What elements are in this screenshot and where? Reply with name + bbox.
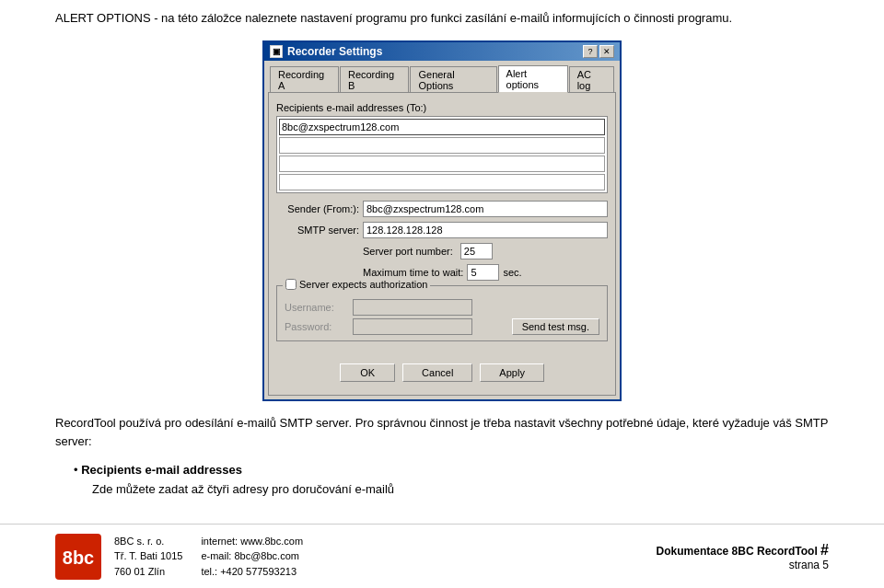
password-label: Password:	[285, 321, 349, 332]
footer-right: Dokumentace 8BC RecordTool # strana 5	[657, 542, 829, 571]
intro-text: ALERT OPTIONS - na této záložce naleznet…	[55, 9, 829, 28]
password-row: Password: Send test msg.	[285, 318, 599, 335]
internet-line: internet: www.8bc.com	[201, 534, 303, 549]
tel-value: +420 577593213	[220, 566, 297, 577]
internet-label: internet:	[201, 536, 238, 547]
page-label: strana 5	[657, 559, 829, 571]
dialog-title: Recorder Settings	[287, 45, 382, 58]
footer-logo: 8bc	[55, 534, 101, 580]
dialog-buttons: OK Cancel Apply	[276, 358, 608, 386]
smtp-label: SMTP server:	[276, 225, 359, 236]
titlebar-icon: ▣	[270, 45, 283, 58]
tabs-row: Recording A Recording B General Options …	[268, 64, 616, 92]
auth-fields: Username: Password: Send test msg.	[285, 299, 599, 335]
internet-value: www.8bc.com	[240, 536, 303, 547]
server-auth-checkbox[interactable]	[285, 279, 297, 290]
email-input-1[interactable]	[279, 119, 605, 135]
bullet-desc: Zde můžete zadat až čtyři adresy pro dor…	[92, 480, 829, 500]
tab-general-options[interactable]: General Options	[410, 66, 496, 93]
maxwait-input[interactable]	[467, 264, 499, 281]
tel-label: tel.:	[201, 566, 217, 577]
username-input[interactable]	[353, 299, 472, 316]
body-text: RecordTool používá pro odesílání e-mailů…	[55, 414, 829, 453]
smtp-row: SMTP server:	[276, 222, 608, 238]
company-name: 8BC s. r. o.	[114, 534, 182, 549]
footer-address: 8BC s. r. o. Tř. T. Bati 1015 760 01 Zlí…	[114, 534, 182, 580]
footer-contact: internet: www.8bc.com e-mail: 8bc@8bc.co…	[201, 534, 303, 580]
sender-input[interactable]	[363, 201, 608, 217]
logo-svg: 8bc	[58, 536, 99, 577]
username-row: Username:	[285, 299, 599, 316]
recorder-settings-dialog: ▣ Recorder Settings ? ✕ Recording A Reco…	[262, 40, 622, 401]
tab-recording-b[interactable]: Recording B	[340, 66, 410, 93]
doc-title: Dokumentace 8BC RecordTool	[657, 545, 818, 558]
recipients-group: Recipients e-mail addresses (To:)	[276, 102, 608, 193]
email-list	[276, 116, 608, 193]
footer: 8bc 8BC s. r. o. Tř. T. Bati 1015 760 01…	[0, 524, 884, 588]
cancel-button[interactable]: Cancel	[402, 363, 472, 382]
help-button[interactable]: ?	[583, 45, 598, 58]
send-test-button[interactable]: Send test msg.	[512, 318, 599, 335]
address-line2: 760 01 Zlín	[114, 564, 182, 580]
email-input-4[interactable]	[279, 174, 605, 190]
bullet-item: • Recipients e-mail addresses Zde můžete…	[74, 461, 829, 500]
bullet-marker: •	[74, 463, 81, 477]
smtp-input[interactable]	[363, 222, 608, 238]
tab-alert-options[interactable]: Alert options	[498, 65, 568, 93]
email-label: e-mail:	[201, 550, 231, 561]
port-input[interactable]	[460, 243, 493, 259]
tel-line: tel.: +420 577593213	[201, 564, 303, 580]
maxwait-label: Maximum time to wait:	[363, 267, 463, 278]
tab-ac-log[interactable]: AC log	[569, 66, 614, 93]
maxwait-unit: sec.	[503, 267, 521, 278]
titlebar-left: ▣ Recorder Settings	[270, 45, 382, 58]
ok-button[interactable]: OK	[340, 363, 395, 382]
titlebar-buttons: ? ✕	[583, 45, 614, 58]
close-button[interactable]: ✕	[599, 45, 614, 58]
server-port-row: Server port number:	[276, 243, 608, 259]
recipients-label: Recipients e-mail addresses (To:)	[276, 102, 608, 113]
password-input[interactable]	[353, 318, 472, 335]
sender-row: Sender (From:):	[276, 201, 608, 217]
bullet-section: • Recipients e-mail addresses Zde můžete…	[74, 461, 829, 500]
dialog-titlebar: ▣ Recorder Settings ? ✕	[264, 42, 620, 61]
dialog-body: Recording A Recording B General Options …	[264, 61, 620, 399]
auth-checkbox-row: Server expects authorization	[283, 279, 430, 290]
svg-text:8bc: 8bc	[63, 548, 94, 568]
email-input-3[interactable]	[279, 156, 605, 172]
email-input-2[interactable]	[279, 137, 605, 154]
apply-button[interactable]: Apply	[480, 363, 544, 382]
tab-content-alert: Recipients e-mail addresses (To:) Sender…	[268, 92, 616, 396]
email-line: e-mail: 8bc@8bc.com	[201, 548, 303, 564]
address-line1: Tř. T. Bati 1015	[114, 548, 182, 564]
bullet-title: Recipients e-mail addresses	[81, 463, 242, 477]
server-auth-label: Server expects authorization	[299, 279, 427, 290]
sender-label: Sender (From:):	[276, 203, 359, 214]
email-value: 8bc@8bc.com	[234, 550, 298, 561]
dialog-wrapper: ▣ Recorder Settings ? ✕ Recording A Reco…	[55, 40, 829, 401]
port-label: Server port number:	[363, 246, 453, 257]
hash-symbol: #	[820, 542, 829, 558]
auth-section: Server expects authorization Username: P…	[276, 285, 608, 341]
tab-recording-a[interactable]: Recording A	[270, 66, 339, 93]
username-label: Username:	[285, 302, 349, 313]
